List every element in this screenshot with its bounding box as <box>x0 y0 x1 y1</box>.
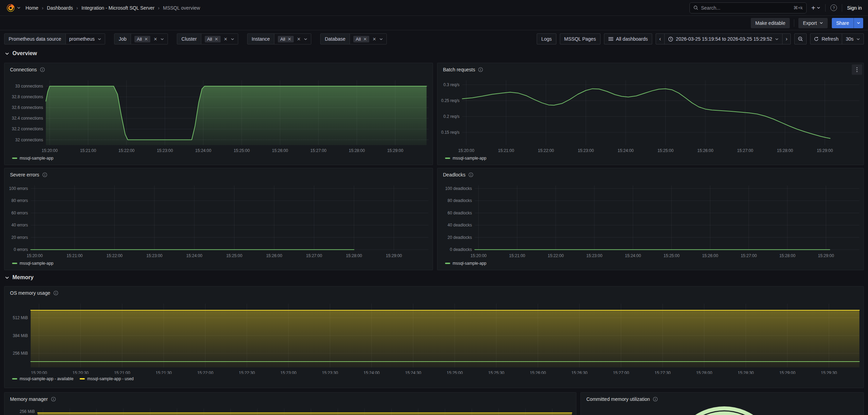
section-memory-label: Memory <box>12 274 33 281</box>
legend: mssql-sample-app - availablemssql-sample… <box>7 375 861 382</box>
export-button[interactable]: Export <box>798 18 827 28</box>
section-overview[interactable]: Overview <box>5 50 37 57</box>
panel-title[interactable]: Deadlocks <box>443 172 465 178</box>
info-icon[interactable] <box>40 67 45 72</box>
chart-deadlocks[interactable]: 15:20:0015:21:0015:22:0015:23:0015:24:00… <box>440 181 861 264</box>
legend-item[interactable]: mssql-sample-app <box>12 261 53 266</box>
panel-menu-button[interactable] <box>852 64 862 75</box>
add-button[interactable]: + <box>811 4 821 11</box>
chip-remove-icon[interactable]: ✕ <box>287 37 291 41</box>
var-datasource: Prometheus data source prometheus <box>4 33 105 44</box>
all-dashboards-button[interactable]: All dashboards <box>604 33 653 44</box>
panel-deadlocks: Deadlocks 15:20:0015:21:0015:22:0015:23:… <box>437 168 864 270</box>
help-button[interactable]: ? <box>830 4 837 11</box>
var-database-value[interactable]: All ✕ ✕ <box>350 34 386 44</box>
svg-text:15:23:30: 15:23:30 <box>322 371 338 374</box>
clear-icon[interactable]: ✕ <box>372 37 376 41</box>
gauge-committed-memory[interactable] <box>584 406 861 415</box>
var-instance-value[interactable]: All ✕ ✕ <box>274 34 311 44</box>
panel-title[interactable]: Committed memory utilization <box>586 396 650 402</box>
top-nav: Home › Dashboards › Integration - Micros… <box>0 0 868 16</box>
panel-title[interactable]: Connections <box>10 67 37 72</box>
panel-title[interactable]: OS memory usage <box>10 290 50 296</box>
chart-memory-manager[interactable]: 15:20:0015:20:3015:21:0015:21:3015:22:00… <box>7 406 573 415</box>
chart-os-memory[interactable]: 15:20:0015:20:3015:21:0015:21:3015:22:00… <box>7 300 861 374</box>
share-button[interactable]: Share <box>832 18 854 28</box>
info-icon[interactable] <box>51 397 56 402</box>
chip-remove-icon[interactable]: ✕ <box>214 37 218 41</box>
search-shortcut: ⌘+k <box>793 5 803 10</box>
var-job-value[interactable]: All ✕ ✕ <box>131 34 168 44</box>
info-icon[interactable] <box>478 67 483 72</box>
zoom-out-icon <box>798 36 803 42</box>
chip-remove-icon[interactable]: ✕ <box>144 37 148 41</box>
divider <box>825 4 826 12</box>
panel-title[interactable]: Memory manager <box>10 396 48 402</box>
svg-text:15:26:00: 15:26:00 <box>697 148 714 153</box>
refresh-interval-button[interactable]: 30s <box>842 34 864 44</box>
svg-text:15:25:00: 15:25:00 <box>664 253 680 258</box>
refresh-button[interactable]: Refresh <box>810 34 842 44</box>
var-cluster-chip[interactable]: All ✕ <box>205 36 221 42</box>
svg-text:15:20:00: 15:20:00 <box>42 148 58 153</box>
legend-item[interactable]: mssql-sample-app <box>12 156 53 161</box>
var-cluster-value[interactable]: All ✕ ✕ <box>201 34 238 44</box>
legend: mssql-sample-app <box>440 260 861 267</box>
time-range-button[interactable]: 2026-03-25 15:19:54 to 2026-03-25 15:29:… <box>664 34 782 44</box>
export-label: Export <box>803 20 817 26</box>
share-menu-button[interactable] <box>854 18 863 28</box>
legend-label: mssql-sample-app - available <box>20 376 73 381</box>
panel-title[interactable]: Severe errors <box>10 172 39 178</box>
info-icon[interactable] <box>468 172 473 177</box>
var-database-chip[interactable]: All ✕ <box>353 36 369 42</box>
svg-text:15:24:00: 15:24:00 <box>186 253 202 258</box>
var-datasource-value[interactable]: prometheus <box>66 34 105 44</box>
breadcrumb-home[interactable]: Home <box>26 5 38 11</box>
info-icon[interactable] <box>53 291 58 295</box>
logs-button[interactable]: Logs <box>537 33 556 44</box>
legend-item[interactable]: mssql-sample-app <box>445 261 486 266</box>
panel-title[interactable]: Batch requests <box>443 67 475 72</box>
search-input[interactable]: Search... ⌘+k <box>689 2 807 13</box>
clear-icon[interactable]: ✕ <box>224 37 228 41</box>
zoom-out-button[interactable] <box>794 33 807 44</box>
clear-icon[interactable]: ✕ <box>153 37 157 41</box>
legend-item[interactable]: mssql-sample-app - used <box>80 376 134 381</box>
timeseries-svg: 15:20:0015:21:0015:22:0015:23:0015:24:00… <box>440 76 861 159</box>
time-shift-forward-button[interactable]: › <box>782 34 790 44</box>
mssql-pages-button[interactable]: MSSQL Pages <box>560 33 600 44</box>
var-instance-chip[interactable]: All ✕ <box>278 36 294 42</box>
breadcrumb-separator: › <box>42 5 43 11</box>
make-editable-button[interactable]: Make editable <box>751 18 790 28</box>
chip-label: All <box>356 37 361 42</box>
divider <box>842 4 842 12</box>
dashboard-controls: Prometheus data source prometheus Job Al… <box>0 30 868 48</box>
var-datasource-selected: prometheus <box>69 36 95 42</box>
legend-item[interactable]: mssql-sample-app - available <box>12 376 73 381</box>
section-memory[interactable]: Memory <box>5 274 33 281</box>
info-icon[interactable] <box>653 397 658 402</box>
svg-text:15:26:00: 15:26:00 <box>266 253 282 258</box>
sign-in-link[interactable]: Sign in <box>847 5 862 11</box>
var-instance-label: Instance <box>248 34 274 44</box>
chart-severe-errors[interactable]: 15:20:0015:21:0015:22:0015:23:0015:24:00… <box>7 181 430 264</box>
info-icon[interactable] <box>42 172 47 177</box>
legend-swatch <box>80 378 85 379</box>
var-job-chip[interactable]: All ✕ <box>134 36 150 42</box>
legend-item[interactable]: mssql-sample-app <box>445 156 486 161</box>
var-database: Database All ✕ ✕ <box>320 33 387 44</box>
var-instance: Instance All ✕ ✕ <box>247 33 311 44</box>
chart-batch-requests[interactable]: 15:20:0015:21:0015:22:0015:23:0015:24:00… <box>440 76 861 159</box>
time-shift-back-button[interactable]: ‹ <box>656 34 664 44</box>
breadcrumb: Home › Dashboards › Integration - Micros… <box>26 5 200 11</box>
chip-remove-icon[interactable]: ✕ <box>363 37 367 41</box>
clear-icon[interactable]: ✕ <box>297 37 301 41</box>
divider <box>794 19 794 27</box>
breadcrumb-folder[interactable]: Integration - Microsoft SQL Server <box>81 5 154 11</box>
breadcrumb-dashboards[interactable]: Dashboards <box>47 5 73 11</box>
chart-connections[interactable]: 15:20:0015:21:0015:22:0015:23:0015:24:00… <box>7 76 430 159</box>
help-icon: ? <box>830 4 837 11</box>
panel-batch-requests: Batch requests 15:20:0015:21:0015:22:001… <box>437 63 864 165</box>
grafana-logo[interactable] <box>6 3 21 12</box>
refresh-picker: Refresh 30s <box>810 33 864 44</box>
